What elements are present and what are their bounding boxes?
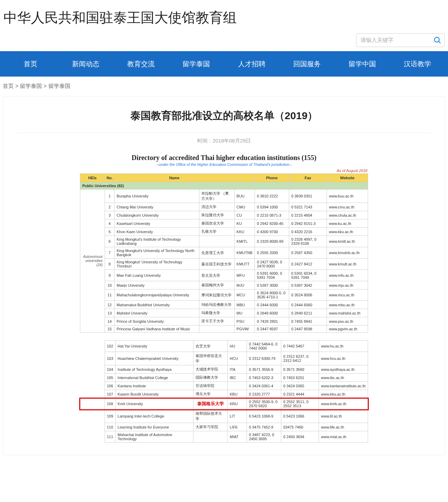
table-row: 2Chiang Mai University清迈大学CMU0 5394 1000… xyxy=(80,203,368,211)
table-row: 109Lampang Inter-tech College南帮国际技术大学LIT… xyxy=(80,410,368,423)
table-row: 102Hat Yai University合艾大学HU0 7442 5464-6… xyxy=(80,341,368,352)
table-row: 14Prince of Songkla University宋卡王子大学PSU0… xyxy=(80,317,368,326)
table-row: 13Mahidol University玛希隆大学MU0 2849 60000 … xyxy=(80,309,368,317)
table-row: 105International Buddhist College国际佛教大学I… xyxy=(80,374,368,382)
nav-item-6[interactable]: 留学中国 xyxy=(335,59,390,69)
divider xyxy=(17,133,431,133)
nav-item-5[interactable]: 回国服务 xyxy=(279,59,334,69)
table-row: 15Princess Galyani Vadhana Institute of … xyxy=(80,326,368,333)
as-of-label: As of August 2018 xyxy=(80,169,368,173)
table-row: 4Kasetsart University泰国农业大学KU0 2942 8200… xyxy=(80,219,368,228)
directory-table: HEIs No. Name Phone Fax Website Public U… xyxy=(80,173,368,333)
search-box[interactable] xyxy=(356,33,445,47)
breadcrumb-sep: > xyxy=(15,83,20,89)
rowgroup-label: Autonomousuniversities(24) xyxy=(80,190,105,333)
article-time: 时间：2018年08月29日 xyxy=(17,138,431,144)
breadcrumb-sub[interactable]: 留学泰国 xyxy=(48,83,70,89)
table-row: 7King Mongkut's University of Technology… xyxy=(80,247,368,259)
th-no: No. xyxy=(105,174,115,182)
table-row: Autonomousuniversities(24)1Burapha Unive… xyxy=(80,190,368,203)
table-row: 106Kantana Institute甘达纳学院0 3424 0361-40 … xyxy=(80,382,368,390)
directory-title: Directory of accredited Thai higher educ… xyxy=(80,154,368,162)
site-title: 中华人民共和国驻泰王国大使馆教育组 xyxy=(0,0,448,31)
th-fax: Fax xyxy=(289,174,327,182)
table-row: 12Mahamakut Buddhist University玛哈玛谷佛教大学M… xyxy=(80,301,368,309)
directory-subtitle: --under the Office of the Higher Educati… xyxy=(80,162,368,167)
section-row-public: Public Universities (82) xyxy=(80,182,368,190)
table-row: 103Huachiew Chalermprakiet University泰国华… xyxy=(80,352,368,365)
content-card: 泰国教育部批准设立的高校名单（2019） 时间：2018年08月29日 Dire… xyxy=(3,96,445,455)
th-name: Name xyxy=(115,174,235,182)
breadcrumb: 首页 > 留学泰国 > 留学泰国 xyxy=(0,77,448,96)
th-phone: Phone xyxy=(255,174,289,182)
highlight-label: 泰国格乐大学 xyxy=(197,401,224,407)
article-title: 泰国教育部批准设立的高校名单（2019） xyxy=(17,109,431,123)
table-row: 3Chulalongkorn University朱拉隆功大学CU0 2215 … xyxy=(80,211,368,219)
table-row: 6King Mongkut's Institute of Technology … xyxy=(80,236,368,247)
table-row: 10Maejo University泰国梅州大学MJU0 5387 30000 … xyxy=(80,281,368,289)
th-heis: HEIs xyxy=(80,174,105,182)
nav-item-7[interactable]: 汉语教学 xyxy=(390,59,445,69)
svg-line-1 xyxy=(439,42,440,43)
search-input[interactable] xyxy=(361,37,433,43)
nav-item-4[interactable]: 人才招聘 xyxy=(224,59,279,69)
nav-item-1[interactable]: 新闻动态 xyxy=(58,59,113,69)
directory-table-2: 102Hat Yai University合艾大学HU0 7442 5464-6… xyxy=(80,340,368,443)
table-row: 9Mae Fah Luang University皇太后大学MFU0 5391 … xyxy=(80,270,368,281)
table-row: 104Institute of Technology Ayothaya大城技术学… xyxy=(80,365,368,374)
table-row: 111Mahachai Institute of Automotive Tech… xyxy=(80,431,368,443)
table-row: 8King Mongkut' University of Technology … xyxy=(80,259,368,270)
nav-item-0[interactable]: 首页 xyxy=(3,59,58,69)
navbar: 首页新闻动态教育交流留学泰国人才招聘回国服务留学中国汉语教学 xyxy=(0,51,448,77)
table-row: 110Learning Institute for Everyone大家学习学院… xyxy=(80,423,368,431)
table-row: 11Mahachulalongkornrajavidyalaya Univers… xyxy=(80,289,368,301)
th-web: Website xyxy=(327,174,368,182)
table-row: 108Krirk University泰国格乐大学KRU0 2552 3500-… xyxy=(80,398,368,410)
nav-item-3[interactable]: 留学泰国 xyxy=(169,59,224,69)
breadcrumb-home[interactable]: 首页 xyxy=(3,83,14,89)
breadcrumb-sep: > xyxy=(44,83,48,89)
breadcrumb-cat[interactable]: 留学泰国 xyxy=(20,83,42,89)
table-row: 107Kasem Bundit University博乐大学KBU0 2320 … xyxy=(80,390,368,398)
table-row: 5Khon Kaen University孔敬大学KKU0 4300 97000… xyxy=(80,228,368,236)
nav-item-2[interactable]: 教育交流 xyxy=(114,59,169,69)
search-icon[interactable] xyxy=(433,36,441,44)
